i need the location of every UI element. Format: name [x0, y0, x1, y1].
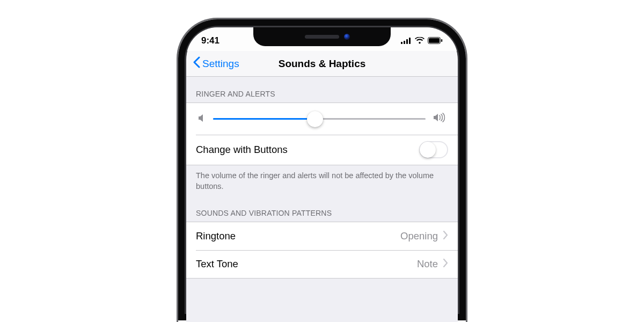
cellular-signal-icon: [401, 38, 412, 44]
ringer-alerts-group: Change with Buttons: [186, 103, 458, 165]
ringer-footer-text: The volume of the ringer and alerts will…: [186, 165, 458, 196]
front-camera: [344, 34, 350, 40]
status-time: 9:41: [201, 35, 219, 46]
text-tone-row[interactable]: Text Tone Note: [186, 250, 458, 278]
change-with-buttons-row: Change with Buttons: [186, 135, 458, 165]
ringtone-label: Ringtone: [196, 230, 236, 242]
screen: 9:41: [186, 27, 458, 322]
slider-thumb[interactable]: [307, 111, 323, 127]
ringer-volume-row: [186, 103, 458, 135]
chevron-right-icon: [443, 230, 448, 242]
ringtone-value: Opening: [400, 230, 438, 242]
earpiece-speaker: [305, 35, 339, 39]
svg-rect-5: [429, 38, 440, 43]
svg-rect-2: [406, 39, 408, 44]
chevron-left-icon: [193, 56, 200, 71]
iphone-x-mock: 9:41: [177, 18, 467, 322]
chevron-right-icon: [443, 258, 448, 270]
section-header-ringer: Ringer and Alerts: [186, 77, 458, 103]
text-tone-value: Note: [417, 258, 438, 270]
svg-rect-1: [404, 41, 405, 44]
svg-rect-0: [401, 42, 402, 44]
ringtone-row[interactable]: Ringtone Opening: [186, 222, 458, 250]
svg-rect-6: [441, 39, 442, 42]
page-title: Sounds & Haptics: [279, 58, 366, 70]
back-label: Settings: [202, 58, 239, 70]
speaker-low-icon: [198, 113, 206, 125]
back-button[interactable]: Settings: [189, 51, 243, 76]
battery-icon: [428, 37, 443, 44]
ringer-volume-slider[interactable]: [213, 118, 426, 120]
svg-rect-3: [409, 38, 411, 44]
wifi-icon: [415, 37, 425, 44]
notch: [253, 27, 391, 46]
nav-bar: Settings Sounds & Haptics: [186, 51, 458, 77]
section-header-patterns: Sounds and Vibration Patterns: [186, 196, 458, 222]
change-with-buttons-label: Change with Buttons: [196, 144, 288, 156]
speaker-high-icon: [433, 113, 446, 125]
patterns-group: Ringtone Opening Text Tone Note: [186, 222, 458, 279]
change-with-buttons-toggle[interactable]: [419, 141, 448, 158]
text-tone-label: Text Tone: [196, 258, 238, 270]
